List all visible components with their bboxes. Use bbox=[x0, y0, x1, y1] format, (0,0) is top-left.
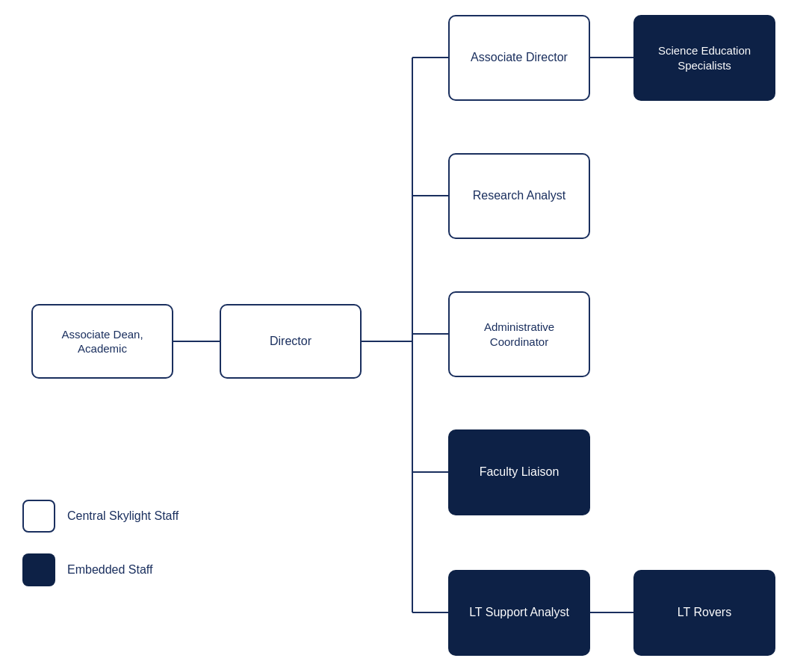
associate-director-node: Associate Director bbox=[448, 15, 590, 101]
director-node: Director bbox=[220, 304, 362, 379]
org-chart: Associate Dean, Academic Director Associ… bbox=[0, 0, 812, 667]
legend-filled-item: Embedded Staff bbox=[22, 553, 179, 586]
admin-coordinator-node: Administrative Coordinator bbox=[448, 291, 590, 377]
lt-rovers-node: LT Rovers bbox=[633, 570, 775, 656]
lt-support-node: LT Support Analyst bbox=[448, 570, 590, 656]
legend-outline-item: Central Skylight Staff bbox=[22, 500, 179, 533]
legend-outline-box bbox=[22, 500, 55, 533]
associate-dean-node: Associate Dean, Academic bbox=[31, 304, 173, 379]
faculty-liaison-node: Faculty Liaison bbox=[448, 429, 590, 515]
legend-outline-label: Central Skylight Staff bbox=[67, 509, 179, 523]
legend: Central Skylight Staff Embedded Staff bbox=[22, 500, 179, 607]
science-edu-node: Science Education Specialists bbox=[633, 15, 775, 101]
legend-filled-box bbox=[22, 553, 55, 586]
legend-filled-label: Embedded Staff bbox=[67, 563, 152, 577]
research-analyst-node: Research Analyst bbox=[448, 153, 590, 239]
